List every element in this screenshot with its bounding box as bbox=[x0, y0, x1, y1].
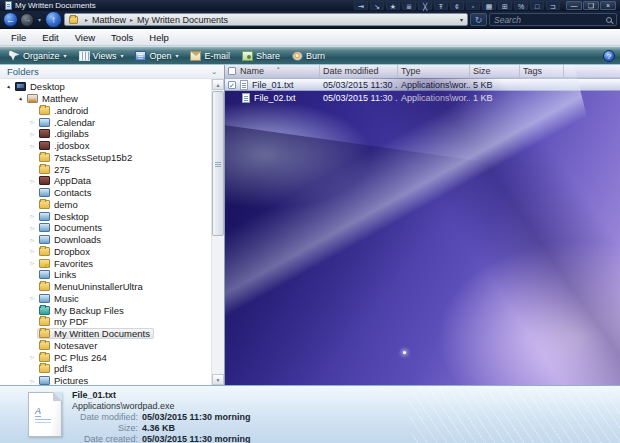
column-header-name[interactable]: ▴Name bbox=[225, 65, 320, 77]
column-header-type[interactable]: Type bbox=[398, 65, 470, 77]
search-input[interactable] bbox=[494, 15, 606, 25]
tree-item-desktop[interactable]: ▷Desktop bbox=[0, 210, 211, 222]
tree-item-calendar[interactable]: ▷.Calendar bbox=[0, 116, 211, 128]
tree-item-digilabs[interactable]: ▷.digilabs bbox=[0, 128, 211, 140]
dropdown-arrow-icon[interactable]: ▾ bbox=[175, 52, 178, 59]
column-header-size[interactable]: Size bbox=[470, 65, 520, 77]
tree-item-275[interactable]: 275 bbox=[0, 163, 211, 175]
forward-button[interactable]: → bbox=[20, 13, 34, 27]
titlebar-utility-button-8[interactable]: ▫ bbox=[466, 1, 480, 10]
file-checkbox[interactable]: ✓ bbox=[228, 81, 236, 89]
expand-arrow-icon[interactable]: ▷ bbox=[28, 213, 37, 219]
titlebar-utility-button-13[interactable]: ⊐ bbox=[546, 1, 560, 10]
toolbar-button-open[interactable]: Open▾ bbox=[131, 50, 182, 62]
expand-arrow-icon[interactable]: ▷ bbox=[28, 354, 37, 360]
tree-item-notesaver[interactable]: Notesaver bbox=[0, 340, 211, 352]
toolbar-button-views[interactable]: Views▾ bbox=[75, 50, 128, 62]
toolbar-button-share[interactable]: Share bbox=[238, 50, 284, 62]
titlebar-utility-button-6[interactable]: Ŧ bbox=[434, 1, 448, 10]
tree-item-demo[interactable]: demo bbox=[0, 199, 211, 211]
breadcrumb-item-matthew[interactable]: Matthew bbox=[92, 15, 126, 25]
up-button[interactable]: ↑ bbox=[45, 11, 62, 28]
back-button[interactable]: ← bbox=[3, 12, 18, 27]
tree-scrollbar[interactable]: ▲ ▼ bbox=[211, 79, 224, 385]
scrollbar-track[interactable] bbox=[212, 90, 224, 374]
address-dropdown-icon[interactable]: ▾ bbox=[454, 16, 463, 23]
file-row-file-02-txt[interactable]: File_02.txt05/03/2015 11:30 ...Applicati… bbox=[225, 91, 620, 104]
titlebar-utility-button-11[interactable]: % bbox=[514, 1, 528, 10]
file-row-file-01-txt[interactable]: ✓File_01.txt05/03/2015 11:30 ...Applicat… bbox=[225, 78, 620, 91]
tree-item-jdosbox[interactable]: ▷.jdosbox bbox=[0, 140, 211, 152]
toolbar-button-organize[interactable]: Organize▾ bbox=[5, 50, 71, 62]
tree-item-appdata[interactable]: ▷AppData bbox=[0, 175, 211, 187]
toolbar-button-e-mail[interactable]: E-mail bbox=[186, 50, 234, 62]
tree-item-pictures[interactable]: ▷Pictures bbox=[0, 375, 211, 385]
titlebar-utility-button-12[interactable]: □ bbox=[530, 1, 544, 10]
titlebar-utility-button-7[interactable]: ¢ bbox=[450, 1, 464, 10]
titlebar-utility-button-10[interactable]: ⊞ bbox=[498, 1, 512, 10]
minimize-button[interactable]: — bbox=[566, 1, 582, 10]
tree-item-links[interactable]: Links bbox=[0, 269, 211, 281]
dropdown-arrow-icon[interactable]: ▾ bbox=[120, 52, 123, 59]
menu-item-tools[interactable]: Tools bbox=[104, 31, 140, 44]
close-button[interactable]: × bbox=[600, 1, 616, 10]
expand-arrow-icon[interactable]: ▷ bbox=[28, 237, 37, 243]
tree-item-documents[interactable]: ▷Documents bbox=[0, 222, 211, 234]
titlebar-utility-button-4[interactable]: ≣ bbox=[402, 1, 416, 10]
tree-item-favorites[interactable]: ▷Favorites bbox=[0, 257, 211, 269]
refresh-button[interactable]: ↻ bbox=[470, 13, 487, 26]
expand-arrow-icon[interactable]: ▷ bbox=[28, 260, 37, 266]
menu-item-help[interactable]: Help bbox=[142, 31, 176, 44]
titlebar-utility-button-9[interactable]: ▦ bbox=[482, 1, 496, 10]
tree-item-pdf3[interactable]: pdf3 bbox=[0, 363, 211, 375]
history-dropdown-icon[interactable]: ▾ bbox=[36, 16, 43, 23]
expand-arrow-icon[interactable]: ▷ bbox=[28, 143, 37, 149]
tree-item-my-written-documents[interactable]: My Written Documents bbox=[0, 328, 211, 340]
expand-arrow-icon[interactable]: ▷ bbox=[28, 378, 37, 384]
tree-item-menuuninstallerultra[interactable]: MenuUninstallerUltra bbox=[0, 281, 211, 293]
expand-arrow-icon[interactable]: ▷ bbox=[28, 295, 37, 301]
tree-item-my-pdf[interactable]: my PDF bbox=[0, 316, 211, 328]
title-bar[interactable]: My Written Documents ⇥↘★≣╳Ŧ¢▫▦⊞%□⊐ — ❏ × bbox=[0, 0, 620, 11]
folders-header[interactable]: Folders ⌄ bbox=[0, 65, 224, 79]
expand-arrow-icon[interactable]: ▷ bbox=[28, 248, 37, 254]
select-all-checkbox[interactable] bbox=[228, 67, 236, 75]
tree-item-matthew[interactable]: ▼Matthew bbox=[0, 93, 211, 105]
breadcrumb-item-my-written-documents[interactable]: My Written Documents bbox=[137, 15, 228, 25]
expand-arrow-icon[interactable]: ▷ bbox=[28, 119, 37, 125]
tree-item-7stackssetup15b2[interactable]: 7stacksSetup15b2 bbox=[0, 152, 211, 164]
dropdown-arrow-icon[interactable]: ▾ bbox=[64, 52, 67, 59]
scrollbar-thumb[interactable] bbox=[212, 91, 224, 236]
toolbar-button-burn[interactable]: Burn bbox=[288, 50, 329, 62]
tree-item-content: Notesaver bbox=[37, 340, 101, 351]
expand-arrow-icon[interactable]: ▷ bbox=[28, 225, 37, 231]
tree-item-music[interactable]: ▷Music bbox=[0, 293, 211, 305]
tree-item-android[interactable]: .android bbox=[0, 105, 211, 117]
address-bar[interactable]: ▸Matthew▸My Written Documents ▾ bbox=[64, 13, 468, 26]
column-header-tags[interactable]: Tags bbox=[520, 65, 564, 77]
titlebar-utility-button-1[interactable]: ⇥ bbox=[354, 1, 368, 10]
titlebar-utility-button-3[interactable]: ★ bbox=[386, 1, 400, 10]
tree-item-label: Links bbox=[54, 269, 76, 280]
expand-arrow-icon[interactable]: ▷ bbox=[28, 131, 37, 137]
tree-item-pc-plus-264[interactable]: ▷PC Plus 264 bbox=[0, 351, 211, 363]
help-button[interactable]: ? bbox=[603, 50, 615, 62]
tree-item-dropbox[interactable]: ▷Dropbox bbox=[0, 246, 211, 258]
tree-item-contacts[interactable]: Contacts bbox=[0, 187, 211, 199]
tree-item-my-backup-files[interactable]: My Backup Files bbox=[0, 304, 211, 316]
collapse-pane-icon[interactable]: ⌄ bbox=[211, 68, 217, 76]
wallpaper-streak bbox=[285, 65, 620, 385]
column-header-date-modified[interactable]: Date modified bbox=[320, 65, 398, 77]
menu-item-file[interactable]: File bbox=[4, 31, 33, 44]
scroll-down-icon[interactable]: ▼ bbox=[212, 374, 224, 385]
tree-item-label: Contacts bbox=[54, 187, 92, 198]
expand-arrow-icon[interactable]: ▷ bbox=[28, 178, 37, 184]
menu-item-view[interactable]: View bbox=[68, 31, 102, 44]
menu-item-edit[interactable]: Edit bbox=[35, 31, 65, 44]
tree-item-downloads[interactable]: ▷Downloads bbox=[0, 234, 211, 246]
titlebar-utility-button-2[interactable]: ↘ bbox=[370, 1, 384, 10]
restore-button[interactable]: ❏ bbox=[583, 1, 599, 10]
titlebar-utility-button-5[interactable]: ╳ bbox=[418, 1, 432, 10]
scroll-up-icon[interactable]: ▲ bbox=[212, 79, 224, 90]
tree-item-desktop[interactable]: ▼Desktop bbox=[0, 81, 211, 93]
